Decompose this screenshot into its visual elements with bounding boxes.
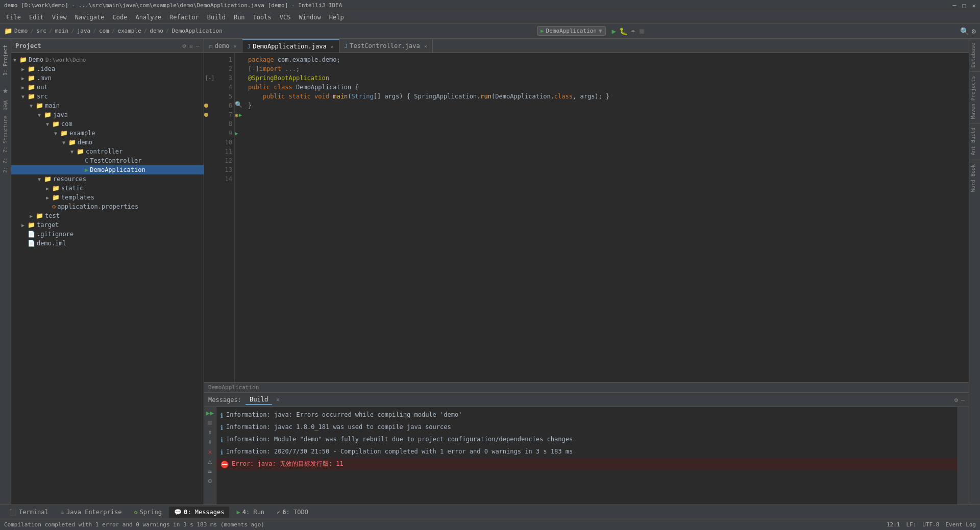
tree-item-demoiML[interactable]: ▶ 📄 demo.iml [11,239,204,248]
run-config[interactable]: ▶ DemoApplication ▼ [537,26,606,36]
fold-marker[interactable]: [-] [248,65,259,72]
tree-item-demo-root[interactable]: ▼ 📁 Demo D:\work\Demo [11,55,204,64]
tree-item-static[interactable]: ▶ 📁 static [11,184,204,193]
settings-icon[interactable]: ⚙ [972,27,976,35]
build-warning-icon[interactable]: ⚠ [205,458,215,465]
tree-item-example[interactable]: ▼ 📁 example [11,129,204,138]
build-scroll-top-icon[interactable]: ⬆ [205,428,215,436]
play-icon-9[interactable]: ▶ [235,130,238,137]
minimize-button[interactable]: ─ [952,2,956,9]
menu-tools[interactable]: Tools [249,13,276,22]
bc-java[interactable]: java [77,28,91,34]
menu-view[interactable]: View [48,13,71,22]
project-icon[interactable]: 📁 [4,27,12,35]
project-settings-icon[interactable]: ≡ [189,42,193,49]
build-msg-4[interactable]: ℹ Information: 2020/7/30 21:50 - Compila… [216,446,958,458]
tab-spring[interactable]: ✿ Spring [129,507,167,518]
menu-edit[interactable]: Edit [25,13,48,22]
play-icon-7[interactable]: ▶ [239,112,242,118]
menu-code[interactable]: Code [109,13,132,22]
bc-com[interactable]: com [99,28,109,34]
line-ending[interactable]: LF: [906,521,916,528]
menu-analyze[interactable]: Analyze [131,13,165,22]
tab-run[interactable]: ▶ 4: Run [231,507,270,518]
coverage-button[interactable]: ☂ [631,27,635,35]
structure-icon[interactable]: Z: Structure [3,116,8,153]
build-msg-error[interactable]: ⛔ Error: java: 无效的目标发行版: 11 [216,458,958,470]
tree-item-out[interactable]: ▶ 📁 out [11,83,204,92]
zstructure-icon[interactable]: 2: Z: [3,158,8,173]
tab-demoapplication[interactable]: J DemoApplication.java ✕ [242,39,339,53]
encoding[interactable]: UTF-8 [922,521,939,528]
bc-main[interactable]: main [55,28,69,34]
build-stop-icon[interactable]: ⏹ [205,419,215,426]
build-settings-icon[interactable]: ⚙ [954,396,958,403]
tree-item-appprops[interactable]: ▶ ⚙ application.properties [11,202,204,211]
tree-item-mvn[interactable]: ▶ 📁 .mvn [11,73,204,83]
tab-java-enterprise[interactable]: ☕ Java Enterprise [56,507,127,518]
tree-item-resources[interactable]: ▼ 📁 resources [11,174,204,184]
bc-src[interactable]: src [36,28,46,34]
tree-item-src[interactable]: ▼ 📁 src [11,92,204,101]
run-icon-7[interactable]: ◉ [235,112,238,118]
event-log[interactable]: Event Log [945,521,976,528]
build-msg-2[interactable]: ℹ Information: javac 1.8.0_181 was used … [216,421,958,434]
tab-testcontroller-close[interactable]: ✕ [424,43,427,49]
tab-demo[interactable]: m demo ✕ [204,39,242,53]
build-run-icon[interactable]: ▶▶ [205,409,215,417]
build-minimize-icon[interactable]: — [961,396,965,403]
project-panel-toggle[interactable]: 1: Project [2,41,9,80]
search-everywhere-icon[interactable]: 🔍 [960,27,969,35]
stop-button[interactable]: ⏹ [638,27,645,35]
favorites-icon[interactable]: ★ [3,85,8,95]
build-filter-icon[interactable]: ≡ [205,467,215,475]
fold-icon-3[interactable]: [-] [205,73,214,83]
tree-item-demoapplication[interactable]: ▶ ▶ DemoApplication [11,165,204,174]
build-scroll-bottom-icon[interactable]: ⬇ [205,438,215,446]
tab-todo[interactable]: ✓ 6: TODO [272,507,313,518]
run-config-dropdown-icon[interactable]: ▼ [599,28,602,34]
bc-demoapplication[interactable]: DemoApplication [172,28,222,34]
web-icon[interactable]: Web [2,100,9,111]
tree-item-main[interactable]: ▼ 📁 main [11,101,204,110]
maven-panel-label[interactable]: Maven Projects [969,72,980,123]
debug-button[interactable]: 🐛 [619,27,628,35]
build-error-icon[interactable]: ✕ [205,448,215,456]
menu-build[interactable]: Build [203,13,230,22]
project-gear-icon[interactable]: ⚙ [182,42,186,49]
tree-item-target[interactable]: ▶ 📁 target [11,220,204,230]
breakpoint-6[interactable] [204,104,208,108]
tree-item-idea[interactable]: ▶ 📁 .idea [11,64,204,73]
db-panel-label[interactable]: Database [969,39,980,72]
tree-item-templates[interactable]: ▶ 📁 templates [11,193,204,202]
breakpoint-7[interactable] [204,113,208,117]
tree-item-testcontroller[interactable]: ▶ C TestController [11,156,204,165]
build-msg-3[interactable]: ℹ Information: Module "demo" was fully r… [216,434,958,446]
project-minimize-icon[interactable]: — [196,42,200,49]
tab-terminal[interactable]: ⬛ Terminal [4,507,54,518]
menu-vcs[interactable]: VCS [276,13,295,22]
build-tab-close-icon[interactable]: ✕ [276,396,280,403]
tree-item-com[interactable]: ▼ 📁 com [11,119,204,129]
build-msg-1[interactable]: ℹ Information: java: Errors occurred whi… [216,409,958,421]
cursor-position[interactable]: 12:1 [887,521,900,528]
menu-window[interactable]: Window [295,13,325,22]
menu-refactor[interactable]: Refactor [165,13,203,22]
close-button[interactable]: ✕ [972,2,976,9]
bc-demo[interactable]: Demo [14,28,28,34]
tree-item-gitignore[interactable]: ▶ 📄 .gitignore [11,230,204,239]
tab-demo-close[interactable]: ✕ [234,43,237,49]
menu-help[interactable]: Help [325,13,348,22]
tree-item-controller[interactable]: ▼ 📁 controller [11,147,204,156]
wordbook-panel-label[interactable]: Word Book [969,160,980,196]
bc-example[interactable]: example [117,28,141,34]
tab-build[interactable]: Build [246,395,272,405]
menu-run[interactable]: Run [230,13,249,22]
tree-item-demo-pkg[interactable]: ▼ 📁 demo [11,138,204,147]
run-button[interactable]: ▶ [612,27,616,35]
tree-item-test[interactable]: ▶ 📁 test [11,211,204,220]
code-editor[interactable]: package com.example.demo; [-]import ...;… [244,53,969,382]
tree-item-java[interactable]: ▼ 📁 java [11,110,204,119]
tab-messages[interactable]: 💬 0: Messages [169,507,229,518]
run-icon-6[interactable]: 🔍 [235,101,242,108]
